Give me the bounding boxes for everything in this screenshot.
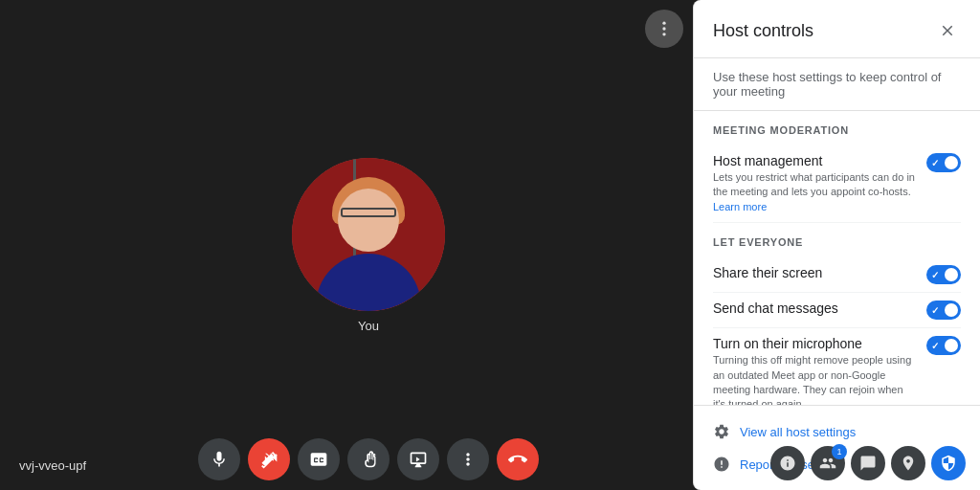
view-all-settings-label: View all host settings bbox=[740, 425, 856, 439]
participant-avatar bbox=[292, 158, 445, 311]
send-chat-row: Send chat messages ✓ bbox=[713, 293, 961, 328]
svg-point-1 bbox=[662, 27, 665, 30]
leave-call-button[interactable] bbox=[497, 438, 539, 480]
host-management-row: Host management Lets you restrict what p… bbox=[713, 145, 961, 223]
security-button[interactable] bbox=[931, 446, 966, 480]
meeting-id: vvj-vveo-upf bbox=[19, 458, 86, 473]
mic-button[interactable] bbox=[198, 438, 240, 480]
captions-button[interactable] bbox=[298, 438, 340, 480]
more-options-button[interactable] bbox=[447, 438, 489, 480]
send-chat-name: Send chat messages bbox=[713, 301, 915, 316]
share-screen-toggle[interactable]: ✓ bbox=[926, 265, 961, 284]
svg-point-2 bbox=[662, 33, 665, 35]
camera-button[interactable] bbox=[248, 438, 290, 480]
panel-header: Host controls bbox=[694, 0, 980, 58]
host-management-desc: Lets you restrict what participants can … bbox=[713, 170, 915, 214]
meeting-info-button[interactable] bbox=[770, 446, 805, 480]
participants-badge: 1 bbox=[832, 444, 847, 459]
host-management-name: Host management bbox=[713, 153, 915, 168]
share-screen-name: Share their screen bbox=[713, 265, 915, 280]
section-label-let-everyone: LET EVERYONE bbox=[713, 236, 961, 248]
turn-on-mic-name: Turn on their microphone bbox=[713, 336, 915, 351]
view-all-settings-link[interactable]: View all host settings bbox=[713, 415, 961, 448]
chat-button[interactable] bbox=[851, 446, 885, 480]
section-label-moderation: MEETING MODERATION bbox=[713, 124, 961, 136]
present-button[interactable] bbox=[397, 438, 439, 480]
participants-button[interactable]: 1 bbox=[811, 446, 845, 480]
floating-more-button[interactable] bbox=[645, 10, 683, 48]
turn-on-mic-desc: Turning this off might remove people usi… bbox=[713, 353, 915, 405]
learn-more-link[interactable]: Learn more bbox=[713, 201, 767, 212]
share-screen-row: Share their screen ✓ bbox=[713, 257, 961, 293]
host-management-toggle[interactable]: ✓ bbox=[926, 153, 961, 172]
host-controls-panel: Host controls Use these host settings to… bbox=[693, 0, 980, 490]
close-panel-button[interactable] bbox=[934, 17, 961, 44]
svg-point-0 bbox=[662, 22, 665, 25]
raise-hand-button[interactable] bbox=[347, 438, 390, 480]
panel-title: Host controls bbox=[713, 21, 813, 41]
panel-subtitle: Use these host settings to keep control … bbox=[694, 58, 980, 111]
turn-on-mic-row: Turn on their microphone Turning this of… bbox=[713, 328, 961, 405]
panel-body: MEETING MODERATION Host management Lets … bbox=[694, 111, 980, 405]
activities-button[interactable] bbox=[891, 446, 925, 480]
send-chat-toggle[interactable]: ✓ bbox=[926, 301, 961, 320]
bottom-right-icons: 1 bbox=[693, 446, 980, 480]
participant-you-label: You bbox=[358, 319, 379, 333]
video-area: You vvj-vveo-upf bbox=[0, 0, 737, 490]
turn-on-mic-toggle[interactable]: ✓ bbox=[926, 336, 961, 355]
